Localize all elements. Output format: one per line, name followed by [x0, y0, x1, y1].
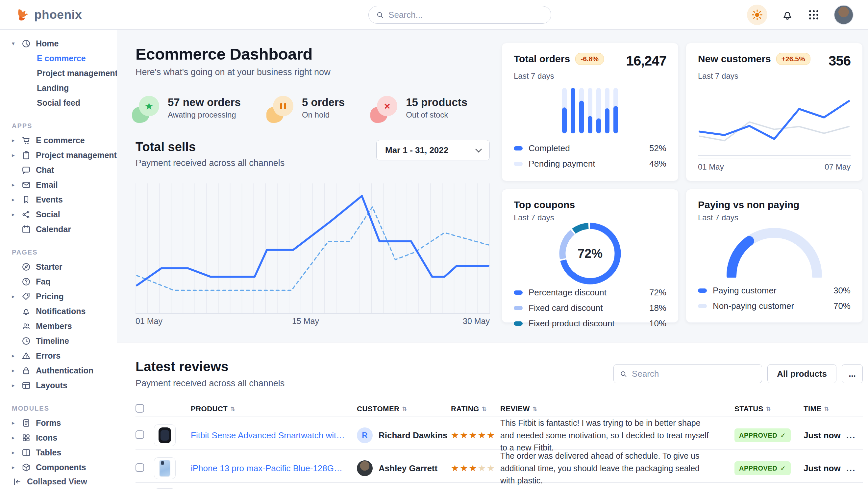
caret-right-icon: ▸	[12, 382, 20, 389]
global-search[interactable]	[368, 6, 551, 24]
column-customer[interactable]: CUSTOMER⇅	[357, 405, 451, 413]
sidebar-item-errors[interactable]: ▸ Errors	[0, 348, 117, 363]
product-link[interactable]: Fitbit Sense Advanced Smartwatch with To…	[191, 430, 357, 440]
users-icon	[21, 321, 31, 331]
sidebar-item-app-ecommerce[interactable]: ▸ E commerce	[0, 133, 117, 148]
sidebar-item-social[interactable]: ▸ Social	[0, 207, 117, 222]
search-icon	[376, 10, 384, 19]
sidebar-item-timeline[interactable]: Timeline	[0, 334, 117, 348]
column-review[interactable]: REVIEW⇅	[500, 405, 735, 413]
column-status[interactable]: STATUS⇅	[735, 405, 804, 413]
row-checkbox[interactable]	[135, 430, 144, 439]
phoenix-flame-icon	[14, 7, 30, 22]
legend-non-paying-customer: Non-paying customer 70%	[698, 298, 850, 314]
collapse-sidebar-button[interactable]: Collapsed View	[0, 474, 117, 489]
sidebar-item-forms[interactable]: ▸ Forms	[0, 415, 117, 430]
global-search-input[interactable]	[389, 10, 544, 20]
row-checkbox[interactable]	[135, 463, 144, 472]
sidebar-item-ecommerce-dashboard[interactable]: E commerce	[0, 51, 117, 66]
total-orders-value: 16,247	[626, 53, 666, 69]
row-actions-button[interactable]: ...	[846, 430, 863, 440]
caret-right-icon: ▸	[12, 152, 20, 159]
collapse-arrow-icon	[12, 477, 22, 486]
all-products-button[interactable]: All products	[767, 364, 836, 383]
product-link[interactable]: iPhone 13 pro max-Pacific Blue-128GB sto…	[191, 463, 357, 473]
sidebar: ▾ Home E commerce Project management Lan…	[0, 30, 117, 489]
sidebar-item-landing[interactable]: Landing	[0, 81, 117, 95]
star-icon: ★	[139, 96, 159, 116]
sidebar-section-apps: APPS	[12, 122, 117, 130]
select-all-checkbox[interactable]	[135, 404, 144, 412]
column-time[interactable]: TIME⇅	[804, 405, 846, 413]
rating-stars: ★★★★★	[451, 463, 500, 473]
date-range-select[interactable]: Mar 1 - 31, 2022	[376, 140, 490, 161]
sidebar-item-home[interactable]: ▾ Home	[0, 36, 117, 51]
latest-reviews-title: Latest reviews	[135, 359, 284, 374]
apps-grid-icon[interactable]	[807, 8, 820, 21]
top-coupons-donut-chart: 72%	[559, 222, 621, 285]
warning-triangle-icon	[21, 351, 31, 361]
product-thumbnail-iphone[interactable]	[154, 457, 176, 479]
paying-vs-non-paying-card: Paying vs non paying Last 7 days Paying …	[686, 189, 863, 323]
column-rating[interactable]: RATING⇅	[451, 405, 500, 413]
review-text: The order was delivered ahead of schedul…	[500, 450, 735, 487]
sidebar-item-events[interactable]: ▸ Events	[0, 192, 117, 207]
legend-completed: Completed 52%	[514, 141, 666, 156]
new-customers-x-axis: 01 May 07 May	[698, 158, 850, 172]
sidebar-item-social-feed[interactable]: Social feed	[0, 95, 117, 110]
status-badge: APPROVED✓	[735, 461, 791, 475]
question-circle-icon	[21, 277, 31, 286]
brand-name: phoenix	[34, 8, 82, 22]
sidebar-item-email[interactable]: ▸ Email	[0, 177, 117, 192]
sidebar-item-faq[interactable]: Faq	[0, 274, 117, 289]
sidebar-item-authentication[interactable]: ▸ Authentication	[0, 363, 117, 378]
sidebar-item-icons[interactable]: ▸ Icons	[0, 430, 117, 445]
total-sells-chart	[135, 182, 490, 314]
sidebar-item-starter[interactable]: Starter	[0, 259, 117, 274]
check-icon: ✓	[780, 431, 786, 439]
reviews-search[interactable]	[613, 364, 762, 383]
column-product[interactable]: PRODUCT⇅	[191, 405, 357, 413]
chevron-down-icon	[475, 146, 482, 152]
customer-cell: Ashley Garrett	[357, 460, 451, 476]
user-avatar[interactable]	[834, 5, 854, 25]
clipboard-icon	[21, 150, 31, 160]
notifications-bell-icon[interactable]	[781, 8, 794, 21]
theme-toggle-button[interactable]	[747, 5, 767, 25]
check-icon: ✓	[780, 464, 786, 472]
box-icon	[21, 463, 31, 472]
sidebar-item-members[interactable]: Members	[0, 319, 117, 334]
new-customers-badge: +26.5%	[776, 53, 810, 65]
rating-stars: ★★★★★	[451, 430, 500, 440]
legend-percentage-discount: Percentage discount 72%	[514, 285, 666, 300]
layout-icon	[21, 381, 31, 390]
sidebar-item-project-management-dashboard[interactable]: Project management	[0, 66, 117, 81]
reviews-search-input[interactable]	[632, 369, 756, 379]
envelope-icon	[21, 180, 31, 190]
page-title: Ecommerce Dashboard	[135, 45, 490, 63]
sidebar-item-layouts[interactable]: ▸ Layouts	[0, 378, 117, 393]
pie-chart-icon	[21, 39, 31, 49]
table-icon	[21, 448, 31, 457]
sidebar-item-notifications[interactable]: Notifications	[0, 304, 117, 319]
table-header-row: PRODUCT⇅ CUSTOMER⇅ RATING⇅ REVIEW⇅ STATU…	[135, 401, 863, 417]
sidebar-item-calendar[interactable]: Calendar	[0, 222, 117, 237]
sidebar-item-pricing[interactable]: ▸ Pricing	[0, 289, 117, 304]
more-options-button[interactable]: ...	[842, 364, 863, 383]
sidebar-item-components[interactable]: ▸ Components	[0, 460, 117, 475]
lock-icon	[21, 366, 31, 375]
sort-icon: ⇅	[532, 405, 538, 412]
brand-logo[interactable]: phoenix	[14, 7, 82, 22]
sidebar-item-chat[interactable]: Chat	[0, 163, 117, 177]
sidebar-item-tables[interactable]: ▸ Tables	[0, 445, 117, 460]
sidebar-section-modules: MODULES	[12, 405, 117, 412]
sidebar-item-app-project-management[interactable]: ▸ Project management	[0, 148, 117, 163]
chat-icon	[21, 165, 31, 175]
product-thumbnail-smartwatch[interactable]	[154, 425, 176, 446]
row-actions-button[interactable]: ...	[846, 463, 863, 473]
caret-right-icon: ▸	[12, 196, 20, 203]
top-navbar: phoenix	[0, 0, 868, 30]
bell-icon	[21, 307, 31, 316]
new-customers-line-chart	[698, 93, 850, 156]
tag-icon	[21, 292, 31, 301]
